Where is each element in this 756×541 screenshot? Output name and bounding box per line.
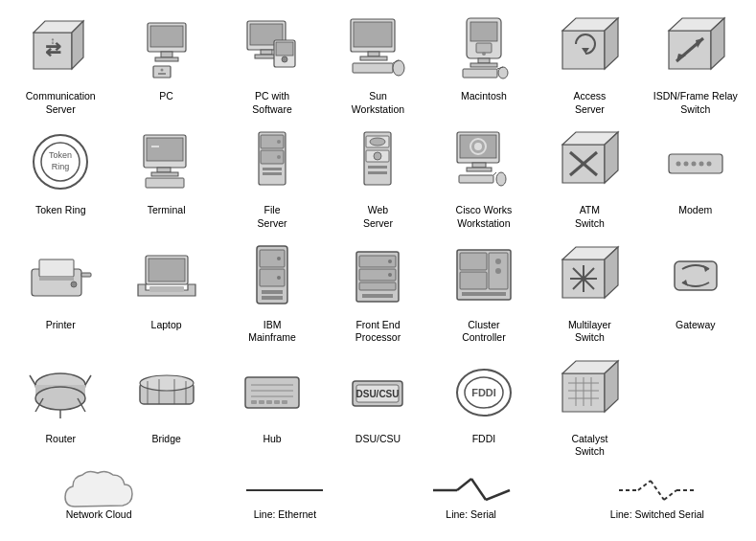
svg-point-103 <box>277 276 281 280</box>
svg-point-86 <box>691 162 696 167</box>
icon-file-server <box>234 124 310 200</box>
icon-line-switched-serial <box>609 470 705 508</box>
icon-bridge <box>128 352 205 429</box>
svg-rect-150 <box>282 400 287 404</box>
item-line-ethernet: Line: Ethernet <box>195 470 374 522</box>
svg-line-77 <box>493 172 496 175</box>
svg-rect-100 <box>262 290 283 294</box>
svg-rect-7 <box>161 52 172 57</box>
svg-rect-75 <box>459 175 493 183</box>
svg-rect-14 <box>261 50 272 55</box>
svg-point-115 <box>495 259 501 264</box>
item-atm-switch: ATMSwitch <box>538 124 640 230</box>
svg-point-85 <box>683 162 688 167</box>
item-cluster-controller: ClusterController <box>433 238 535 345</box>
item-printer: Printer <box>10 238 111 345</box>
label-cluster-controller: ClusterController <box>462 319 506 345</box>
svg-rect-27 <box>470 22 497 41</box>
svg-line-169 <box>471 479 486 500</box>
svg-line-172 <box>638 481 651 490</box>
icon-gateway <box>657 238 734 315</box>
svg-point-88 <box>706 162 711 167</box>
svg-text:DSU/CSU: DSU/CSU <box>356 389 400 399</box>
item-multilayer-switch: MultilayerSwitch <box>538 238 640 345</box>
svg-rect-112 <box>460 253 487 270</box>
svg-point-87 <box>699 162 703 167</box>
item-hub: Hub <box>221 352 323 459</box>
icon-token-ring: Token Ring <box>22 124 99 200</box>
svg-line-134 <box>30 375 35 385</box>
label-isdn-frame-relay-switch: ISDN/Frame RelaySwitch <box>653 90 738 116</box>
icon-pc-with-software <box>234 10 310 86</box>
svg-rect-107 <box>359 282 396 290</box>
icon-hub <box>234 352 310 429</box>
svg-rect-149 <box>274 400 280 404</box>
svg-line-135 <box>85 375 91 385</box>
item-sun-workstation: SunWorkstation <box>327 10 428 116</box>
icon-line-serial <box>424 470 519 508</box>
svg-rect-61 <box>263 172 282 175</box>
svg-rect-147 <box>259 400 264 404</box>
item-web-server: WebServer <box>327 124 428 230</box>
svg-point-66 <box>374 152 381 160</box>
svg-rect-68 <box>368 171 387 174</box>
icon-front-end-processor <box>339 238 416 315</box>
label-router: Router <box>45 433 76 446</box>
icon-cisco-works-workstation <box>446 124 522 200</box>
icon-printer <box>22 238 99 315</box>
svg-point-84 <box>676 162 680 167</box>
svg-point-33 <box>498 67 508 79</box>
svg-rect-50 <box>147 138 183 161</box>
icon-fddi: FDDI <box>446 352 522 429</box>
icon-ibm-mainframe <box>234 238 310 315</box>
label-printer: Printer <box>46 319 76 332</box>
label-terminal: Terminal <box>148 204 186 217</box>
item-access-server: AccessServer <box>538 10 640 116</box>
svg-point-72 <box>474 143 482 150</box>
svg-rect-8 <box>155 57 178 61</box>
svg-rect-23 <box>353 63 393 73</box>
svg-point-108 <box>388 259 392 263</box>
svg-text:Token: Token <box>49 150 72 160</box>
icon-web-server <box>339 124 416 200</box>
svg-rect-6 <box>150 26 183 47</box>
svg-rect-95 <box>149 259 185 282</box>
svg-rect-20 <box>354 22 392 47</box>
svg-point-109 <box>388 273 392 277</box>
svg-rect-21 <box>368 52 379 56</box>
icon-access-server <box>551 10 628 86</box>
icon-dsu-csu: DSU/CSU <box>339 352 416 429</box>
label-macintosh: Macintosh <box>461 90 507 103</box>
label-front-end-processor: Front EndProcessor <box>355 319 401 345</box>
icon-sun-workstation <box>339 10 416 86</box>
item-line-serial: Line: Serial <box>382 470 561 522</box>
label-dsu-csu: DSU/CSU <box>355 433 401 446</box>
label-token-ring: Token Ring <box>35 204 86 217</box>
icon-modem <box>657 124 734 200</box>
item-router: Router <box>10 352 111 459</box>
icon-pc <box>128 10 205 86</box>
svg-point-59 <box>277 155 281 159</box>
svg-point-64 <box>370 138 385 146</box>
svg-point-116 <box>495 268 501 274</box>
item-terminal: Terminal <box>115 124 217 230</box>
item-bridge: Bridge <box>115 352 217 459</box>
icon-line-ethernet <box>237 470 332 508</box>
svg-point-18 <box>282 56 287 62</box>
icon-macintosh <box>446 10 522 86</box>
label-line-switched-serial: Line: Switched Serial <box>610 508 704 522</box>
item-ibm-mainframe: IBMMainframe <box>221 238 323 345</box>
svg-point-93 <box>71 282 77 287</box>
item-laptop: Laptop <box>115 238 217 345</box>
icon-laptop <box>128 238 205 315</box>
svg-rect-110 <box>362 294 393 298</box>
label-line-ethernet: Line: Ethernet <box>254 508 316 522</box>
svg-rect-54 <box>146 178 184 188</box>
svg-rect-90 <box>39 259 74 277</box>
line-section: Network Cloud Line: Ethernet Line: Seria… <box>10 470 746 522</box>
label-communication-server: CommunicationServer <box>26 90 96 116</box>
icon-network-cloud <box>51 470 147 508</box>
svg-rect-32 <box>463 69 497 78</box>
label-fddi: FDDI <box>472 433 496 446</box>
svg-rect-67 <box>368 166 387 169</box>
